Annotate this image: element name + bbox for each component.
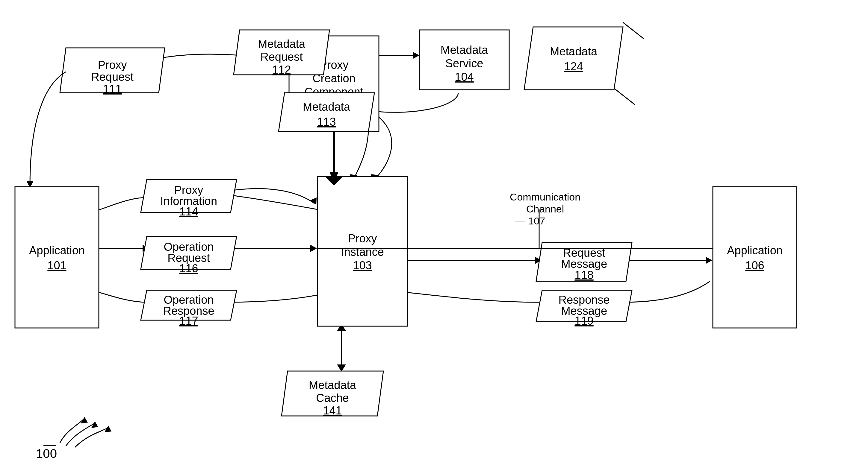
svg-text:Metadata: Metadata [441,44,488,56]
svg-text:Channel: Channel [526,203,564,214]
diagram-svg: Application 101 Application 106 Proxy Cr… [0,0,868,471]
svg-text:116: 116 [179,262,198,275]
svg-text:119: 119 [575,314,593,327]
svg-text:Application: Application [727,244,783,257]
svg-text:Request: Request [91,71,133,83]
svg-text:Message: Message [561,258,607,270]
svg-text:Instance: Instance [341,246,384,258]
svg-text:Proxy: Proxy [98,59,127,71]
svg-marker-43 [524,27,623,90]
svg-marker-3 [413,52,419,59]
svg-text:112: 112 [272,63,291,76]
svg-text:Metadata: Metadata [258,38,306,50]
svg-text:114: 114 [179,205,198,218]
diagram-container: Application 101 Application 106 Proxy Cr… [0,0,868,471]
svg-text:113: 113 [317,115,336,128]
svg-rect-27 [713,187,797,328]
svg-text:Operation: Operation [164,241,214,253]
svg-text:Metadata: Metadata [303,101,350,113]
svg-text:Service: Service [445,57,484,70]
svg-text:Application: Application [29,244,85,257]
svg-text:Cache: Cache [316,392,349,404]
svg-text:104: 104 [455,71,473,83]
svg-marker-15 [706,257,712,264]
svg-text:141: 141 [323,404,342,417]
svg-text:106: 106 [745,259,764,272]
svg-text:Metadata: Metadata [550,45,597,58]
svg-text:117: 117 [179,314,198,327]
svg-marker-9 [310,198,317,205]
svg-marker-20 [337,365,346,372]
svg-text:Metadata: Metadata [309,379,356,392]
svg-text:Operation: Operation [164,294,214,306]
svg-text:103: 103 [353,259,372,272]
svg-marker-11 [310,245,317,252]
svg-text:101: 101 [47,259,66,272]
svg-text:Communication: Communication [510,191,581,203]
svg-text:111: 111 [103,82,122,95]
svg-text:— 107: — 107 [515,215,545,227]
svg-text:—: — [43,437,56,451]
svg-text:Response: Response [558,294,610,306]
svg-text:118: 118 [575,269,593,281]
svg-text:Proxy: Proxy [174,184,203,196]
svg-line-90 [623,23,644,39]
svg-text:Request: Request [260,51,303,63]
svg-text:124: 124 [564,60,583,73]
svg-line-91 [614,88,635,105]
svg-rect-24 [15,187,99,328]
svg-text:Proxy: Proxy [348,232,377,245]
